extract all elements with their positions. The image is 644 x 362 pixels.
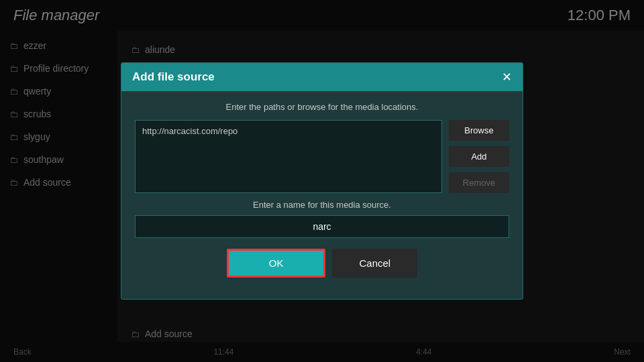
name-input[interactable] bbox=[135, 215, 509, 238]
dialog-title: Add file source bbox=[132, 70, 215, 84]
path-buttons: Browse Add Remove bbox=[449, 120, 509, 193]
add-button[interactable]: Add bbox=[449, 146, 509, 167]
dialog-footer: OK Cancel bbox=[135, 249, 509, 288]
ok-button[interactable]: OK bbox=[227, 249, 326, 278]
dialog-overlay: Add file source ✕ Enter the paths or bro… bbox=[0, 0, 644, 362]
browse-button[interactable]: Browse bbox=[449, 120, 509, 141]
name-instruction: Enter a name for this media source. bbox=[135, 200, 509, 210]
path-entry: http://narcacist.com/repo bbox=[142, 126, 435, 136]
close-icon[interactable]: ✕ bbox=[502, 70, 512, 84]
dialog-instruction: Enter the paths or browse for the media … bbox=[135, 102, 509, 112]
add-file-source-dialog: Add file source ✕ Enter the paths or bro… bbox=[121, 62, 523, 300]
dialog-path-row: http://narcacist.com/repo Browse Add Rem… bbox=[135, 120, 509, 193]
path-list: http://narcacist.com/repo bbox=[135, 120, 442, 193]
dialog-body: Enter the paths or browse for the media … bbox=[121, 91, 523, 299]
remove-button[interactable]: Remove bbox=[449, 172, 509, 193]
cancel-button[interactable]: Cancel bbox=[332, 249, 417, 278]
dialog-header: Add file source ✕ bbox=[121, 63, 523, 91]
